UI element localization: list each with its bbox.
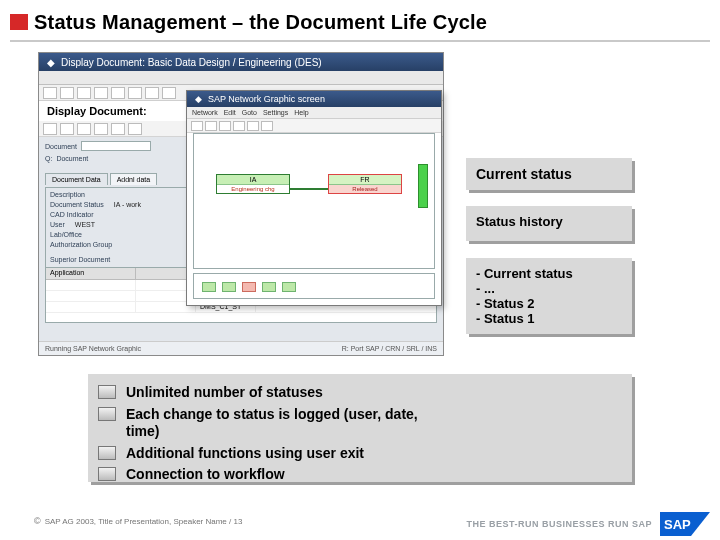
bullet-box-icon bbox=[98, 385, 116, 399]
bullet-row: Connection to workflow bbox=[98, 466, 620, 484]
title-underline bbox=[10, 40, 710, 42]
toolbar-button[interactable] bbox=[111, 123, 125, 135]
bullet-row: Each change to status is logged (user, d… bbox=[98, 406, 620, 441]
sap-window-titlebar: ◆ Display Document: Basic Data Design / … bbox=[39, 53, 443, 71]
node-text: Engineering chg bbox=[217, 185, 289, 193]
status-node-fr[interactable]: FR Released bbox=[328, 174, 402, 194]
bullet-text: Unlimited number of statuses bbox=[126, 384, 323, 402]
network-window-title: SAP Network Graphic screen bbox=[208, 94, 325, 104]
sap-logo-icon: SAP bbox=[660, 512, 710, 536]
menu-item[interactable]: Help bbox=[294, 109, 308, 116]
statusbar-right: R: Port SAP / CRN / SRL / INS bbox=[342, 345, 437, 352]
toolbar-button[interactable] bbox=[128, 123, 142, 135]
copyright-icon: © bbox=[34, 516, 41, 526]
toolbar-button[interactable] bbox=[94, 123, 108, 135]
screenshot-area: ◆ Display Document: Basic Data Design / … bbox=[38, 52, 444, 356]
toolbar-button[interactable] bbox=[247, 121, 259, 131]
panel-label: Document Status bbox=[50, 201, 104, 208]
bullet-row: Additional functions using user exit bbox=[98, 445, 620, 463]
form-label-document: Document bbox=[45, 143, 77, 150]
callout-status-history: Status history bbox=[466, 206, 632, 241]
history-line: - Status 1 bbox=[476, 311, 622, 326]
panel-label: Lab/Office bbox=[50, 231, 82, 238]
history-line: - ... bbox=[476, 281, 622, 296]
title-bullet-icon bbox=[10, 14, 28, 30]
toolbar-button[interactable] bbox=[60, 87, 74, 99]
toolbar-button[interactable] bbox=[233, 121, 245, 131]
toolbar-button[interactable] bbox=[145, 87, 159, 99]
overview-node bbox=[222, 282, 236, 292]
toolbar-button[interactable] bbox=[43, 123, 57, 135]
toolbar-button[interactable] bbox=[77, 123, 91, 135]
tagline: The Best-Run Businesses Run SAP bbox=[466, 519, 652, 529]
slide-title: Status Management – the Document Life Cy… bbox=[34, 11, 487, 34]
callout-text: Current status bbox=[476, 166, 572, 182]
node-text: Released bbox=[329, 185, 401, 193]
footer-right: The Best-Run Businesses Run SAP SAP bbox=[466, 512, 710, 536]
panel-value-status: IA - work bbox=[114, 201, 141, 208]
bullet-row: Unlimited number of statuses bbox=[98, 384, 620, 402]
toolbar-button[interactable] bbox=[261, 121, 273, 131]
overview-node bbox=[262, 282, 276, 292]
sap-statusbar: Running SAP Network Graphic R: Port SAP … bbox=[39, 341, 443, 355]
sap-menubar[interactable] bbox=[39, 71, 443, 85]
footer: © SAP AG 2003, Title of Presentation, Sp… bbox=[0, 510, 720, 540]
callout-title: Status history bbox=[476, 214, 622, 229]
history-line: - Status 2 bbox=[476, 296, 622, 311]
menu-item[interactable]: Goto bbox=[242, 109, 257, 116]
bullet-box-icon bbox=[98, 407, 116, 421]
edge-icon bbox=[290, 188, 328, 190]
toolbar-button[interactable] bbox=[219, 121, 231, 131]
grid-cell bbox=[46, 302, 136, 312]
sap-app-icon: ◆ bbox=[192, 93, 204, 105]
toolbar-button[interactable] bbox=[77, 87, 91, 99]
toolbar-button[interactable] bbox=[128, 87, 142, 99]
toolbar-button[interactable] bbox=[111, 87, 125, 99]
bullets-panel: Unlimited number of statuses Each change… bbox=[88, 374, 632, 482]
tab-document-data[interactable]: Document Data bbox=[45, 173, 108, 185]
callout-current-status: Current status bbox=[466, 158, 632, 190]
toolbar-button[interactable] bbox=[191, 121, 203, 131]
sap-window-title: Display Document: Basic Data Design / En… bbox=[61, 57, 322, 68]
toolbar-button[interactable] bbox=[162, 87, 176, 99]
toolbar-button[interactable] bbox=[205, 121, 217, 131]
statusbar-left: Running SAP Network Graphic bbox=[45, 345, 141, 352]
tab-addnl-data[interactable]: Addnl data bbox=[110, 173, 157, 185]
history-line: - Current status bbox=[476, 266, 622, 281]
panel-label: CAD Indicator bbox=[50, 211, 94, 218]
sap-app-icon: ◆ bbox=[45, 56, 57, 68]
overview-node bbox=[202, 282, 216, 292]
overview-node bbox=[242, 282, 256, 292]
panel-label: Authorization Group bbox=[50, 241, 112, 248]
node-code: IA bbox=[217, 175, 289, 185]
callout-history-list: - Current status - ... - Status 2 - Stat… bbox=[466, 258, 632, 334]
panel-label: User bbox=[50, 221, 65, 228]
network-canvas[interactable]: IA Engineering chg FR Released bbox=[193, 133, 435, 269]
copyright-text: SAP AG 2003, Title of Presentation, Spea… bbox=[45, 517, 243, 526]
toolbar-button[interactable] bbox=[43, 87, 57, 99]
network-graphic-window[interactable]: ◆ SAP Network Graphic screen Network Edi… bbox=[186, 90, 442, 306]
overview-node bbox=[282, 282, 296, 292]
grid-cell bbox=[46, 291, 136, 301]
bullet-box-icon bbox=[98, 467, 116, 481]
panel-value-user: WEST bbox=[75, 221, 95, 228]
bullet-text: Additional functions using user exit bbox=[126, 445, 364, 463]
status-node-ia[interactable]: IA Engineering chg bbox=[216, 174, 290, 194]
document-field[interactable] bbox=[81, 141, 151, 151]
bullet-box-icon bbox=[98, 446, 116, 460]
toolbar-button[interactable] bbox=[60, 123, 74, 135]
network-titlebar[interactable]: ◆ SAP Network Graphic screen bbox=[187, 91, 441, 107]
menu-item[interactable]: Network bbox=[192, 109, 218, 116]
menu-item[interactable]: Edit bbox=[224, 109, 236, 116]
grid-cell bbox=[46, 280, 136, 290]
grid-header-cell: Application bbox=[46, 268, 136, 279]
panel-label: Superior Document bbox=[50, 256, 110, 263]
menu-item[interactable]: Settings bbox=[263, 109, 288, 116]
toolbar-button[interactable] bbox=[94, 87, 108, 99]
slide: Status Management – the Document Life Cy… bbox=[0, 0, 720, 540]
form-label-q: Q: bbox=[45, 155, 52, 162]
network-overview[interactable] bbox=[193, 273, 435, 299]
sap-logo-text: SAP bbox=[664, 517, 691, 532]
bullet-text: Each change to status is logged (user, d… bbox=[126, 406, 426, 441]
tab-strip: Document Data Addnl data bbox=[45, 173, 157, 185]
